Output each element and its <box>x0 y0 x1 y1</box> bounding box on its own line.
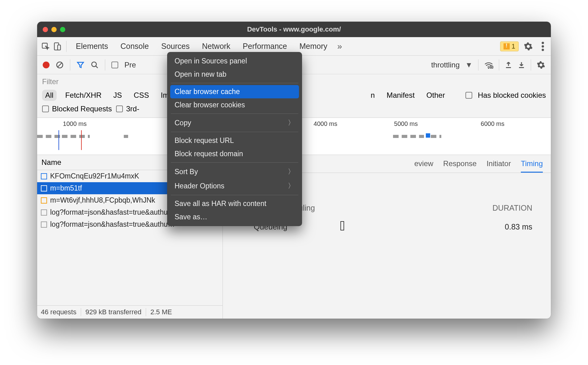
inspect-element-icon[interactable] <box>40 41 51 52</box>
menu-item[interactable]: Open in new tab <box>170 68 299 81</box>
blocked-requests-checkbox[interactable] <box>42 105 49 112</box>
settings-button[interactable] <box>520 42 537 51</box>
menu-item[interactable]: Open in Sources panel <box>170 54 299 68</box>
tab-memory[interactable]: Memory <box>294 42 333 51</box>
filter-chip-fetch-xhr[interactable]: Fetch/XHR <box>62 90 105 101</box>
preserve-log-label: Pre <box>124 61 136 69</box>
timeline-tick: 1000 ms <box>63 120 87 127</box>
warning-icon <box>504 43 510 49</box>
export-har-icon[interactable] <box>518 61 525 69</box>
svg-point-5 <box>542 49 544 51</box>
device-toolbar-icon[interactable] <box>52 41 63 52</box>
close-window-button[interactable] <box>43 27 48 32</box>
more-tabs-button[interactable]: » <box>334 41 345 51</box>
detail-tab-preview[interactable]: eview <box>414 159 433 173</box>
menu-item[interactable]: Save as… <box>170 210 299 224</box>
filter-chip-partial-n[interactable]: n <box>368 90 378 101</box>
menu-item[interactable]: Sort By〉 <box>170 165 299 179</box>
svg-rect-13 <box>519 67 524 68</box>
third-party-checkbox[interactable] <box>116 105 123 112</box>
menu-divider <box>171 162 298 163</box>
throttling-dropdown-icon[interactable]: ▼ <box>465 61 473 69</box>
zoom-window-button[interactable] <box>60 27 65 32</box>
file-type-icon <box>41 173 47 179</box>
filter-toggle-icon[interactable] <box>76 61 84 69</box>
svg-point-10 <box>488 68 489 68</box>
menu-item-label: Clear browser cookies <box>175 101 245 109</box>
menu-item-label: Open in Sources panel <box>175 57 247 65</box>
filter-chip-css[interactable]: CSS <box>131 90 152 101</box>
queueing-bar-icon <box>340 221 344 230</box>
tab-console[interactable]: Console <box>115 42 154 51</box>
detail-tab-timing[interactable]: Timing <box>521 159 543 173</box>
menu-item[interactable]: Copy〉 <box>170 116 299 130</box>
menu-item[interactable]: Clear browser cookies <box>170 98 299 112</box>
menu-item-label: Save as… <box>175 213 207 221</box>
more-options-button[interactable] <box>538 42 548 51</box>
request-name: log?format=json&hasfast=true&authu… <box>50 208 175 217</box>
filter-chip-all[interactable]: All <box>42 90 57 101</box>
menu-item-label: Open in new tab <box>175 70 227 79</box>
svg-line-7 <box>57 62 62 67</box>
tab-performance[interactable]: Performance <box>237 42 292 51</box>
file-type-icon <box>41 185 47 191</box>
network-settings-icon[interactable] <box>537 61 545 69</box>
submenu-arrow-icon: 〉 <box>288 167 295 176</box>
timeline-tick: 5000 ms <box>394 120 418 127</box>
throttling-label: throttling <box>431 61 460 69</box>
tab-elements[interactable]: Elements <box>70 42 114 51</box>
detail-tab-initiator[interactable]: Initiator <box>486 159 511 173</box>
menu-divider <box>171 114 298 114</box>
filter-chip-manifest[interactable]: Manifest <box>383 90 418 101</box>
menu-item[interactable]: Save all as HAR with content <box>170 197 299 210</box>
menu-item-label: Save all as HAR with content <box>175 200 266 208</box>
tab-sources[interactable]: Sources <box>156 42 195 51</box>
filter-input[interactable]: Filter <box>42 77 58 86</box>
footer-transferred: 929 kB transferred <box>85 308 146 316</box>
window-title: DevTools - www.google.com/ <box>37 25 551 33</box>
submenu-arrow-icon: 〉 <box>288 181 295 191</box>
context-menu: Open in Sources panelOpen in new tabClea… <box>167 52 302 226</box>
menu-item[interactable]: Block request URL <box>170 134 299 147</box>
timeline-selection-marker[interactable] <box>426 133 430 138</box>
menu-item-label: Header Options <box>175 182 224 190</box>
svg-rect-2 <box>58 45 60 50</box>
menu-item[interactable]: Clear browser cache <box>170 85 299 98</box>
footer-resources: 2.5 ME <box>150 308 176 316</box>
request-name: KFOmCnqEu92Fr1Mu4mxK <box>50 172 139 180</box>
record-button[interactable] <box>43 62 50 68</box>
window-controls <box>43 27 65 32</box>
search-button[interactable] <box>91 61 99 69</box>
menu-item-label: Block request URL <box>175 136 234 145</box>
menu-item-label: Sort By <box>175 168 198 176</box>
menu-divider <box>171 132 298 132</box>
detail-tab-response[interactable]: Response <box>443 159 477 173</box>
clear-button[interactable] <box>56 61 64 69</box>
blocked-requests-label: Blocked Requests <box>52 105 112 113</box>
svg-point-3 <box>542 42 544 44</box>
filter-chip-js[interactable]: JS <box>110 90 125 101</box>
menu-item-label: Copy <box>175 119 191 127</box>
request-name: log?format=json&hasfast=true&authu… <box>50 220 175 229</box>
svg-rect-12 <box>506 67 511 68</box>
minimize-window-button[interactable] <box>51 27 57 32</box>
import-har-icon[interactable] <box>505 61 512 69</box>
warnings-badge[interactable]: 1 <box>500 41 519 51</box>
filter-chip-other[interactable]: Other <box>423 90 448 101</box>
network-conditions-icon[interactable] <box>484 61 493 69</box>
svg-point-8 <box>92 62 96 67</box>
svg-point-4 <box>542 45 544 48</box>
titlebar: DevTools - www.google.com/ <box>37 22 551 37</box>
submenu-arrow-icon: 〉 <box>288 118 295 127</box>
svg-line-9 <box>96 66 98 68</box>
preserve-log-checkbox[interactable] <box>111 62 118 68</box>
menu-item-label: Clear browser cache <box>175 88 240 96</box>
timeline-tick: 4000 ms <box>313 120 337 127</box>
queueing-value: 0.83 ms <box>505 222 532 231</box>
menu-item[interactable]: Block request domain <box>170 147 299 161</box>
menu-divider <box>171 83 298 83</box>
menu-item[interactable]: Header Options〉 <box>170 179 299 193</box>
timeline-tick: 6000 ms <box>481 120 504 127</box>
tab-network[interactable]: Network <box>197 42 236 51</box>
has-blocked-cookies-checkbox[interactable] <box>465 92 472 99</box>
